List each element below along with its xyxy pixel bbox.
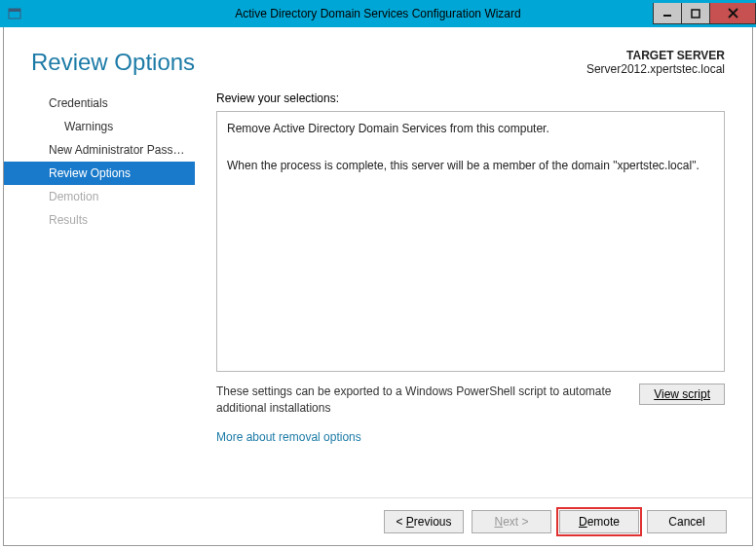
page-title: Review Options [31, 49, 195, 76]
wizard-window: Active Directory Domain Services Configu… [0, 0, 756, 549]
sidebar-item-warnings[interactable]: Warnings [4, 115, 195, 138]
window-controls [654, 3, 756, 24]
export-description: These settings can be exported to a Wind… [216, 384, 627, 417]
svg-rect-3 [692, 10, 699, 18]
sidebar-item-label: Credentials [49, 96, 108, 110]
view-script-button[interactable]: View script [639, 384, 725, 405]
target-server-value: Server2012.xpertstec.local [586, 62, 725, 76]
target-server-label: TARGET SERVER [586, 49, 725, 62]
sidebar-item-label: Review Options [49, 166, 131, 180]
header: Review Options TARGET SERVER Server2012.… [4, 27, 752, 88]
sidebar-item-label: Demotion [49, 190, 98, 203]
svg-rect-1 [9, 9, 20, 12]
target-server-block: TARGET SERVER Server2012.xpertstec.local [586, 49, 725, 76]
next-button: Next > [472, 510, 551, 533]
sidebar-item-review-options[interactable]: Review Options [4, 162, 195, 185]
previous-button[interactable]: < Previous [384, 510, 464, 533]
review-line: Remove Active Directory Domain Services … [227, 120, 714, 138]
demote-button[interactable]: Demote [559, 510, 639, 533]
titlebar: Active Directory Domain Services Configu… [0, 0, 756, 27]
sidebar-item-credentials[interactable]: Credentials [4, 92, 195, 115]
body: Credentials Warnings New Administrator P… [4, 88, 752, 497]
cancel-button[interactable]: Cancel [647, 510, 727, 533]
app-icon [0, 7, 23, 20]
button-label: View script [654, 387, 710, 401]
more-about-removal-link[interactable]: More about removal options [216, 430, 725, 444]
sidebar-item-results: Results [4, 208, 195, 232]
sidebar: Credentials Warnings New Administrator P… [4, 88, 195, 497]
content-area: Review Options TARGET SERVER Server2012.… [3, 27, 753, 546]
minimize-button[interactable] [653, 3, 682, 24]
review-line: When the process is complete, this serve… [227, 157, 714, 175]
close-button[interactable] [709, 3, 756, 24]
review-selections-label: Review your selections: [216, 92, 725, 105]
sidebar-item-label: Warnings [64, 120, 113, 133]
window-title: Active Directory Domain Services Configu… [0, 7, 756, 20]
sidebar-item-label: Results [49, 213, 88, 227]
main-panel: Review your selections: Remove Active Di… [195, 88, 752, 497]
sidebar-item-new-admin-password[interactable]: New Administrator Passw... [4, 138, 195, 162]
review-selections-box[interactable]: Remove Active Directory Domain Services … [216, 111, 725, 372]
sidebar-item-demotion: Demotion [4, 185, 195, 208]
maximize-button[interactable] [681, 3, 710, 24]
footer: < Previous Next > Demote Cancel [4, 497, 752, 545]
export-row: These settings can be exported to a Wind… [216, 384, 725, 417]
button-label: Cancel [668, 515, 704, 529]
sidebar-item-label: New Administrator Passw... [49, 143, 190, 157]
